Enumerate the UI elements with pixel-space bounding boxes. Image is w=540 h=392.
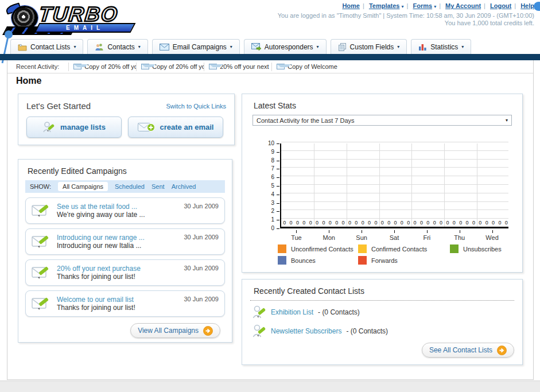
legend-item: Unconfirmed Contacts xyxy=(278,244,358,253)
tab-label: Statistics xyxy=(430,43,458,51)
help-bubble-icon[interactable] xyxy=(534,2,540,11)
chart-xtick-label: Fri xyxy=(410,234,443,241)
chart-value-label: 0 xyxy=(335,220,338,226)
stats-report-select[interactable]: Contact Activity for the Last 7 Days ▾ xyxy=(252,115,512,126)
chart-value-label: 0 xyxy=(440,220,442,226)
campaign-subtitle: Thanks for joining our list! xyxy=(57,273,178,281)
caret-down-icon: ▾ xyxy=(317,44,319,49)
nav-link-logout[interactable]: Logout xyxy=(490,2,511,9)
campaign-title-link[interactable]: Introducing our new range ... xyxy=(57,234,178,242)
envelope-pencil-icon xyxy=(32,265,51,281)
campaign-title-link[interactable]: 20% off your next purchase xyxy=(57,265,178,273)
caret-down-icon[interactable]: ▾ xyxy=(402,4,404,9)
envelope-icon xyxy=(209,64,217,69)
chart-value-label: 0 xyxy=(459,220,462,226)
view-all-campaigns-button[interactable]: View All Campaigns xyxy=(130,323,220,338)
arrow-right-icon xyxy=(497,346,507,355)
legend-label: Unconfirmed Contacts xyxy=(291,246,353,253)
arrow-right-icon xyxy=(203,326,213,336)
campaign-filter-bar: SHOW: All Campaigns Scheduled Sent Archi… xyxy=(25,180,225,193)
tab-custom-fields[interactable]: Custom Fields ▾ xyxy=(331,39,407,54)
create-email-button[interactable]: create an email xyxy=(128,117,223,138)
tab-statistics[interactable]: Statistics ▾ xyxy=(411,39,471,54)
turbo-email-home-page: TURBO EMAIL Home| Templates ▾| Forms ▾| … xyxy=(0,0,540,392)
page-title: Home xyxy=(16,76,41,86)
nav-link-help[interactable]: Help xyxy=(520,2,534,9)
chart-value-label: 0 xyxy=(505,220,508,226)
contact-list-link[interactable]: Newsletter Subscribers xyxy=(271,327,341,335)
chart-value-label: 0 xyxy=(472,220,475,226)
legend-item: Forwards xyxy=(358,256,450,265)
chart-gridline xyxy=(477,143,477,227)
campaign-card[interactable]: See us at the retail food ... We're givi… xyxy=(25,197,225,224)
caret-down-icon: ▾ xyxy=(506,118,508,123)
manage-lists-button[interactable]: manage lists xyxy=(26,117,122,138)
chart-value-label: 0 xyxy=(401,220,403,226)
manage-lists-label: manage lists xyxy=(60,123,106,131)
turbo-logo: TURBO EMAIL xyxy=(3,1,141,36)
recent-activity-item[interactable]: Copy of 20% off yc xyxy=(136,63,204,71)
logo-banner: EMAIL xyxy=(34,23,135,33)
campaign-title-link[interactable]: Welcome to our email list xyxy=(57,296,178,304)
chart-value-label: 0 xyxy=(453,220,456,226)
see-all-contact-lists-button[interactable]: See All Contact Lists xyxy=(422,343,514,358)
login-info: You are logged in as "Timothy Smith" | S… xyxy=(278,12,534,19)
filter-archived[interactable]: Archived xyxy=(172,183,196,190)
filter-all-campaigns[interactable]: All Campaigns xyxy=(58,182,108,191)
chart-value-label: 0 xyxy=(492,220,495,226)
nav-link-templates[interactable]: Templates xyxy=(369,2,400,9)
get-started-panel: Let's Get Started Switch to Quick Links … xyxy=(18,94,235,145)
chart-ytick-label: 8 xyxy=(255,157,274,164)
nav-link-my-account[interactable]: My Account xyxy=(445,2,481,9)
campaign-subtitle: We're giving away our late ... xyxy=(57,211,178,219)
campaign-card[interactable]: Introducing our new range ... Introducin… xyxy=(25,228,225,255)
campaign-card[interactable]: Welcome to our email list Thanks for joi… xyxy=(25,290,225,317)
chart-value-label: 0 xyxy=(342,220,345,226)
logo-subtitle: EMAIL xyxy=(66,25,104,31)
switch-quick-links-link[interactable]: Switch to Quick Links xyxy=(166,103,226,110)
contact-list-count: - (0 Contacts) xyxy=(346,327,388,335)
contact-list-item: Exhibition List - (0 Contacts) xyxy=(252,305,522,320)
tab-email-campaigns[interactable]: Email Campaigns ▾ xyxy=(152,39,240,54)
filter-scheduled[interactable]: Scheduled xyxy=(115,183,145,190)
chart-value-label: 0 xyxy=(407,220,410,226)
chart-gridline xyxy=(281,193,508,193)
caret-down-icon: ▾ xyxy=(230,44,232,49)
latest-stats-title: Latest Stats xyxy=(242,94,522,115)
chart-value-label: 0 xyxy=(290,220,293,226)
contact-activity-chart: 00000000000000000000000000000000000 0123… xyxy=(255,138,514,242)
tab-contacts[interactable]: Contacts ▾ xyxy=(87,39,147,54)
legend-item: Confirmed Contacts xyxy=(358,244,450,253)
tab-autoresponders[interactable]: Autoresponders ▾ xyxy=(244,39,327,54)
filter-sent[interactable]: Sent xyxy=(151,183,165,190)
caret-down-icon: ▾ xyxy=(397,44,399,49)
tab-contact-lists[interactable]: Contact Lists ▾ xyxy=(10,39,83,54)
campaigns-panel-title: Recently Edited Campaigns xyxy=(18,160,232,180)
recent-activity-item[interactable]: 20% off your next xyxy=(204,63,271,71)
chart-ytick-mark xyxy=(277,143,279,144)
chart-ytick-label: 9 xyxy=(255,149,274,155)
chart-value-label: 0 xyxy=(329,220,332,226)
contact-list-link[interactable]: Exhibition List xyxy=(271,308,313,316)
chart-ytick-label: 1 xyxy=(255,216,274,223)
chart-value-label: 0 xyxy=(414,220,417,226)
chart-gridline xyxy=(281,209,508,210)
envelope-icon xyxy=(277,64,285,69)
recent-activity-item[interactable]: Copy of 20% off yc xyxy=(68,63,136,71)
legend-label: Confirmed Contacts xyxy=(371,246,427,253)
chart-gridline xyxy=(411,143,412,227)
caret-down-icon[interactable]: ▾ xyxy=(434,4,436,9)
chart-gridline xyxy=(281,201,508,202)
recent-activity-item[interactable]: Copy of Welcome tc xyxy=(271,63,339,71)
envelope-pencil-icon xyxy=(32,296,51,312)
nav-link-home[interactable]: Home xyxy=(342,2,360,9)
campaign-card[interactable]: 20% off your next purchase Thanks for jo… xyxy=(25,259,225,286)
chart-ytick-mark xyxy=(277,169,279,169)
campaign-title-link[interactable]: See us at the retail food ... xyxy=(57,203,178,211)
chart-xtick-mark xyxy=(492,230,493,233)
top-header: TURBO EMAIL Home| Templates ▾| Forms ▾| … xyxy=(0,0,540,36)
legend-swatch-icon xyxy=(278,244,286,253)
nav-link-forms[interactable]: Forms xyxy=(413,2,432,9)
legend-label: Unsubscribes xyxy=(463,246,502,253)
see-all-contact-lists-label: See All Contact Lists xyxy=(429,346,492,354)
